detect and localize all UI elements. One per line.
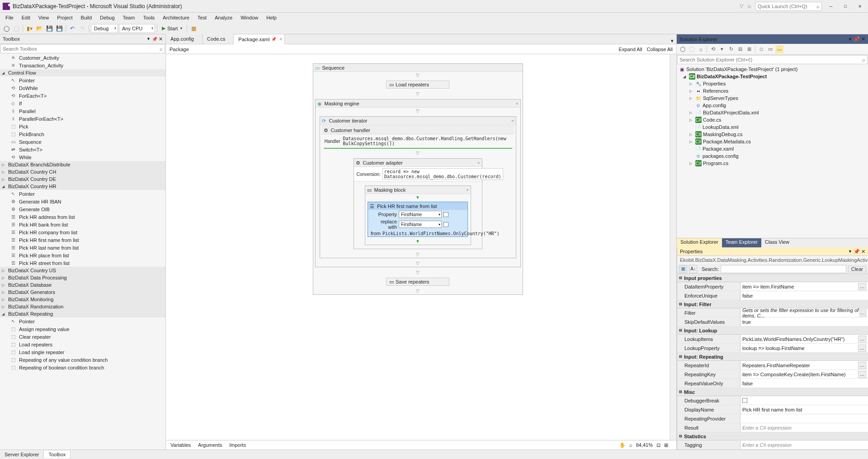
open-file-button[interactable]: 📂 [35, 24, 44, 33]
handler-expression[interactable]: Datasources.mssql_demo.dbo.Customer.Hand… [343, 136, 511, 146]
menu-debug[interactable]: Debug [96, 14, 118, 21]
replacewith-checkbox[interactable] [443, 222, 448, 227]
customer-adapter-block[interactable]: ⚙Customer adapter« Conversion: record =>… [354, 158, 482, 249]
menu-project[interactable]: Project [53, 14, 76, 21]
toolbox-item[interactable]: ⚙Generate HR IBAN [0, 198, 165, 205]
tab-dropdown-icon[interactable]: ▾ [668, 38, 676, 44]
tree-node[interactable]: ⚙packages.config [677, 152, 868, 160]
menu-build[interactable]: Build [77, 14, 95, 21]
tree-node[interactable]: ▷🔧Properties [677, 80, 868, 87]
menu-help[interactable]: Help [263, 14, 280, 21]
menu-tools[interactable]: Tools [139, 14, 158, 21]
prop-value[interactable]: lookup => lookup.FirstName… [741, 344, 868, 352]
toolbox-category[interactable]: ▷BizDataX Database [0, 281, 165, 289]
toolbox-category[interactable]: ▷BizDataX Country US [0, 267, 165, 274]
prop-value[interactable]: false [741, 291, 868, 300]
tree-node[interactable]: ▷C#Program.cs [677, 160, 868, 167]
redo-button[interactable]: ↷ [78, 24, 87, 33]
tree-node[interactable]: ⚙App.config [677, 102, 868, 109]
masking-block[interactable]: ▭Masking block« ▼ ☰Pick HR first name fr… [365, 185, 471, 245]
new-project-button[interactable]: ▮▾ [25, 24, 34, 33]
toolbox-item[interactable]: ⬚Assign repeating value [0, 325, 165, 333]
search-icon[interactable]: ⌕ [158, 46, 165, 52]
toolbox-item[interactable]: ⬚Clear repeater [0, 333, 165, 341]
close-icon[interactable]: ✕ [861, 36, 865, 42]
toolbox-category[interactable]: ◢BizDataX Repeating [0, 310, 165, 317]
toolbox-item[interactable]: ⟲DoWhile [0, 84, 165, 92]
workflow-canvas[interactable]: ▭Sequence ▽ ▭Load repeaters ▽ ◉Masking e… [166, 54, 670, 440]
close-button[interactable]: ✕ [854, 2, 865, 11]
variables-tab[interactable]: Variables [170, 442, 191, 448]
toolbox-category[interactable]: ◢Control Flow [0, 69, 165, 76]
overview-icon[interactable]: ⊞ [664, 442, 668, 448]
prop-value[interactable]: true [741, 317, 868, 326]
menu-view[interactable]: View [35, 14, 53, 21]
toolbox-item[interactable]: ⚙Generate OIB [0, 205, 165, 213]
toolbox-item[interactable]: ↖Pointer [0, 76, 165, 84]
prop-value[interactable]: item => CompositeKey.Create(item.FirstNa… [741, 370, 868, 379]
toolbox-category[interactable]: ▷BizDataX Data Processing [0, 274, 165, 281]
toolbox-item[interactable]: ✕Transaction_Activity [0, 62, 165, 69]
masking-engine-block[interactable]: ◉Masking engine« ▽ ⟳Customer iterator« ⚙… [315, 99, 521, 267]
categorized-icon[interactable]: ⊞ [679, 265, 687, 273]
preview-icon[interactable]: — [775, 45, 783, 53]
menu-edit[interactable]: Edit [18, 14, 34, 21]
toolbox-item[interactable]: ⬚Repeating of boolean condition branch [0, 364, 165, 371]
arguments-tab[interactable]: Arguments [198, 442, 222, 448]
menu-architecture[interactable]: Architecture [159, 14, 193, 21]
prop-value[interactable]: item => item.FirstName… [741, 282, 868, 291]
refresh-icon[interactable]: ↻ [727, 45, 735, 53]
toolbox-item[interactable]: ↖Pointer [0, 190, 165, 198]
collapse-all-link[interactable]: Collapse All [647, 47, 673, 52]
tab-toolbox[interactable]: Toolbox [44, 451, 71, 458]
tree-node[interactable]: ▷C#MaskingDebug.cs [677, 131, 868, 138]
prop-value[interactable]: PickLists.WorldFirstNames.OnlyCountry("H… [741, 335, 868, 343]
toolbox-item[interactable]: ⫴Parallel [0, 107, 165, 115]
zoom-level[interactable]: 84,41% [636, 442, 653, 448]
pin-icon[interactable]: 📌 [854, 36, 860, 42]
property-dropdown[interactable]: FirstName [399, 211, 442, 218]
undo-button[interactable]: ↶ [68, 24, 77, 33]
home-icon[interactable]: ⌂ [697, 45, 705, 53]
back-button[interactable]: ◯ [2, 24, 11, 33]
pan-icon[interactable]: ✋ [619, 442, 626, 448]
customer-handler-block[interactable]: ⚙Customer handler Handler Datasources.ms… [322, 126, 514, 149]
imports-tab[interactable]: Imports [229, 442, 246, 448]
search-icon[interactable]: ⌕ [815, 4, 821, 9]
toolbox-item[interactable]: ⇄Switch<T> [0, 146, 165, 153]
pick-hr-firstname-activity[interactable]: ☰Pick HR first name from list PropertyFi… [368, 202, 468, 237]
notifications-icon[interactable]: ▽ [740, 3, 743, 9]
menu-window[interactable]: Window [237, 14, 262, 21]
toolbox-item[interactable]: ⬚Pick [0, 123, 165, 130]
toolbox-category[interactable]: ▷BizDataX Country CH [0, 168, 165, 175]
toolbox-item[interactable]: ⫴ParallelForEach<T> [0, 115, 165, 123]
toolbox-item[interactable]: ↖Pointer [0, 317, 165, 325]
pin-icon[interactable]: 📌 [152, 37, 157, 42]
toolbox-category[interactable]: ◢BizDataX Country HR [0, 183, 165, 190]
feedback-icon[interactable]: ☺ [747, 4, 752, 9]
menu-analyze[interactable]: Analyze [211, 14, 236, 21]
fit-icon[interactable]: ⊡ [656, 442, 660, 448]
tab-solution-explorer[interactable]: Solution Explorer [677, 238, 722, 247]
toolbox-item[interactable]: ☰Pick HR street from list [0, 259, 165, 267]
tree-project[interactable]: ◢C#BizDataXPackage-TestProject [677, 73, 868, 80]
prop-value[interactable]: Gets or sets the filter expression to us… [741, 308, 868, 317]
menu-file[interactable]: File [2, 14, 17, 21]
property-checkbox[interactable] [443, 212, 448, 217]
dropdown-icon[interactable]: ▼ [848, 249, 852, 254]
prop-value[interactable] [741, 414, 868, 423]
save-button[interactable]: 💾 [45, 24, 54, 33]
load-repeaters-activity[interactable]: ▭Load repeaters [386, 80, 449, 89]
maximize-button[interactable]: ☐ [840, 2, 851, 11]
toolbox-category[interactable]: ▷BizDataX Branch&Distribute [0, 161, 165, 168]
customer-iterator-block[interactable]: ⟳Customer iterator« ⚙Customer handler Ha… [320, 116, 516, 258]
expand-all-link[interactable]: Expand All [619, 47, 642, 52]
solution-search[interactable]: ⌕ [677, 55, 868, 64]
zoom-icon[interactable]: ⌕ [629, 442, 632, 448]
close-tab-icon[interactable]: ✕ [279, 37, 283, 42]
platform-dropdown[interactable]: Any CPU [119, 24, 155, 33]
toolbox-item[interactable]: ☰Pick HR first name from list [0, 236, 165, 244]
prop-value[interactable]: Repeaters.FirstNameRepeater… [741, 361, 868, 369]
forward-icon[interactable]: ◯ [688, 45, 696, 53]
search-icon[interactable]: ⌕ [860, 57, 867, 62]
